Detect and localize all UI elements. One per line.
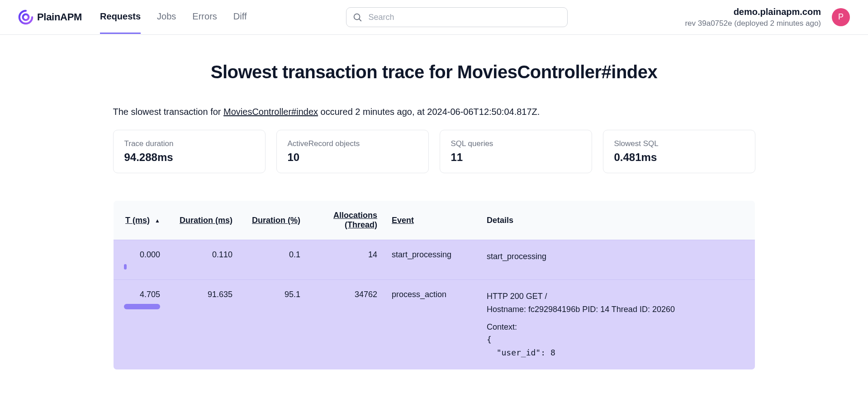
brand-logo[interactable]: PlainAPM <box>18 9 82 25</box>
th-event[interactable]: Event <box>384 201 479 240</box>
nav-errors[interactable]: Errors <box>192 0 217 34</box>
bar-track <box>124 264 160 270</box>
th-duration[interactable]: Duration (ms) <box>167 201 240 240</box>
intro-text: The slowest transaction for MoviesContro… <box>113 107 755 117</box>
cell-t: 0.000 <box>113 240 167 280</box>
th-event-label: Event <box>392 216 414 225</box>
th-alloc-label-2: (Thread) <box>345 220 377 229</box>
sort-asc-icon: ▲ <box>155 218 160 224</box>
cell-alloc: 14 <box>308 240 384 280</box>
header-right: demo.plainapm.com rev 39a0752e (deployed… <box>685 5 850 29</box>
domain-link[interactable]: demo.plainapm.com <box>685 5 821 18</box>
details-line1: start_processing <box>487 250 748 263</box>
cell-pct: 0.1 <box>240 240 308 280</box>
th-t-label: T (ms) <box>125 216 150 225</box>
search-input[interactable] <box>346 7 568 27</box>
table-header-row: T (ms) ▲ Duration (ms) Duration (%) Allo… <box>113 201 755 240</box>
th-pct[interactable]: Duration (%) <box>240 201 308 240</box>
main-container: Slowest transaction trace for MoviesCont… <box>95 35 773 388</box>
context-label: Context: <box>487 321 748 334</box>
context-json: { "user_id": 8 <box>487 333 748 360</box>
nav-diff[interactable]: Diff <box>233 0 247 34</box>
t-value: 0.000 <box>140 250 160 260</box>
nav-jobs[interactable]: Jobs <box>157 0 176 34</box>
stat-value: 94.288ms <box>124 151 254 164</box>
cell-duration: 0.110 <box>167 240 240 280</box>
main-nav: Requests Jobs Errors Diff <box>100 0 247 34</box>
stat-sql-queries: SQL queries 11 <box>440 130 592 173</box>
stat-label: ActiveRecord objects <box>288 139 417 148</box>
bar-fill <box>124 264 127 270</box>
page-title: Slowest transaction trace for MoviesCont… <box>113 62 755 82</box>
cell-pct: 95.1 <box>240 280 308 370</box>
stat-ar-objects: ActiveRecord objects 10 <box>276 130 429 173</box>
stat-value: 10 <box>288 151 417 164</box>
stat-value: 0.481ms <box>614 151 744 164</box>
intro-prefix: The slowest transaction for <box>113 107 224 117</box>
cell-details: start_processing <box>479 240 755 280</box>
cell-event: start_processing <box>384 240 479 280</box>
details-line2: Hostname: fc292984196b PID: 14 Thread ID… <box>487 303 748 316</box>
cell-event: process_action <box>384 280 479 370</box>
cell-alloc: 34762 <box>308 280 384 370</box>
stat-label: Slowest SQL <box>614 139 744 148</box>
stats-row: Trace duration 94.288ms ActiveRecord obj… <box>113 130 755 173</box>
cell-details: HTTP 200 GET / Hostname: fc292984196b PI… <box>479 280 755 370</box>
brand-name: PlainAPM <box>37 11 82 23</box>
table-row[interactable]: 4.705 91.635 95.1 34762 process_action H… <box>113 280 755 370</box>
intro-suffix: occured 2 minutes ago, at 2024-06-06T12:… <box>318 107 540 117</box>
stat-slowest-sql: Slowest SQL 0.481ms <box>603 130 755 173</box>
bar-track <box>124 304 160 309</box>
table-row[interactable]: 0.000 0.110 0.1 14 start_processing star… <box>113 240 755 280</box>
header-meta: demo.plainapm.com rev 39a0752e (deployed… <box>685 5 821 29</box>
th-pct-label: Duration (%) <box>252 216 300 225</box>
stat-value: 11 <box>451 151 581 164</box>
avatar[interactable]: P <box>832 8 850 26</box>
deploy-info: rev 39a0752e (deployed 2 minutes ago) <box>685 18 821 29</box>
cell-duration: 91.635 <box>167 280 240 370</box>
stat-trace-duration: Trace duration 94.288ms <box>113 130 266 173</box>
top-bar: PlainAPM Requests Jobs Errors Diff demo.… <box>0 0 868 35</box>
trace-table: T (ms) ▲ Duration (ms) Duration (%) Allo… <box>113 200 755 370</box>
th-duration-label: Duration (ms) <box>180 216 232 225</box>
logo-icon <box>18 9 33 25</box>
bar-fill <box>124 304 160 309</box>
th-t[interactable]: T (ms) ▲ <box>113 201 167 240</box>
intro-endpoint-link[interactable]: MoviesController#index <box>223 107 318 117</box>
t-value: 4.705 <box>140 290 160 299</box>
cell-t: 4.705 <box>113 280 167 370</box>
stat-label: SQL queries <box>451 139 581 148</box>
search-container <box>346 7 568 27</box>
th-alloc-label-1: Allocations <box>333 211 377 220</box>
th-alloc[interactable]: Allocations (Thread) <box>308 201 384 240</box>
stat-label: Trace duration <box>124 139 254 148</box>
nav-requests[interactable]: Requests <box>100 0 141 34</box>
th-details-label: Details <box>487 216 513 225</box>
details-line1: HTTP 200 GET / <box>487 290 748 303</box>
th-details: Details <box>479 201 755 240</box>
